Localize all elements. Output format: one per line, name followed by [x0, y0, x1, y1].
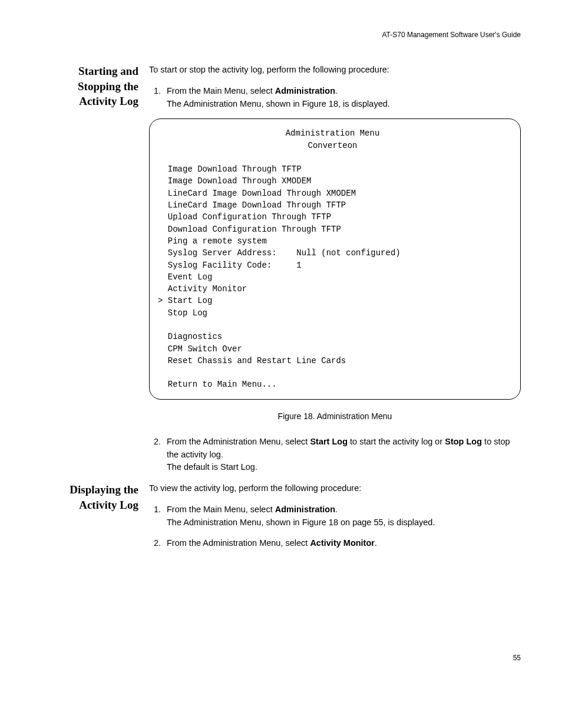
- menu-body: Image Download Through TFTP Image Downlo…: [158, 163, 507, 391]
- section1-intro: To start or stop the activity log, perfo…: [149, 64, 521, 77]
- step1-pre: From the Main Menu, select: [167, 86, 275, 95]
- s2-step2-pre: From the Administration Menu, select: [167, 538, 310, 548]
- section1-body: To start or stop the activity log, perfo…: [149, 64, 521, 482]
- s2-step1-pre: From the Main Menu, select: [167, 505, 275, 514]
- menu-item-9-value: 1: [296, 261, 301, 270]
- section-displaying: Displaying the Activity Log To view the …: [47, 482, 521, 558]
- menu-item-2: Image Download Through XMODEM: [168, 176, 312, 186]
- step2-pre: From the Administration Menu, select: [167, 437, 310, 446]
- menu-item-5: Upload Configuration Through TFTP: [168, 212, 331, 222]
- page-number: 55: [47, 653, 521, 663]
- guide-title: AT-S70 Management Software User's Guide: [382, 31, 521, 39]
- section2-intro: To view the activity log, perform the fo…: [149, 482, 521, 495]
- step1-after: The Administration Menu, shown in Figure…: [167, 98, 521, 111]
- section1-step2: From the Administration Menu, select Sta…: [163, 436, 521, 474]
- menu-cursor: >: [158, 296, 163, 305]
- menu-item-1: Image Download Through TFTP: [168, 164, 302, 174]
- administration-menu-box: Administration MenuConverteon Image Down…: [149, 118, 521, 400]
- section1-step1: From the Main Menu, select Administratio…: [163, 85, 521, 111]
- menu-item-11: Activity Monitor: [168, 284, 247, 294]
- menu-item-8-label: Syslog Server Address:: [168, 248, 277, 258]
- menu-item-6: Download Configuration Through TFTP: [168, 225, 341, 234]
- figure-caption: Figure 18. Administration Menu: [149, 410, 521, 423]
- menu-item-3: LineCard Image Download Through XMODEM: [168, 189, 356, 198]
- section1-heading: Starting and Stopping the Activity Log: [47, 64, 149, 109]
- section2-step2: From the Administration Menu, select Act…: [163, 537, 521, 550]
- s2-step1-bold: Administration: [275, 505, 335, 514]
- menu-item-8-value: Null (not configured): [296, 248, 400, 258]
- page-header: AT-S70 Management Software User's Guide: [47, 29, 521, 40]
- step2-mid: to start the activity log or: [348, 437, 445, 446]
- menu-item-17: Return to Main Menu...: [168, 380, 277, 389]
- menu-item-12: Start Log: [168, 296, 213, 305]
- s2-step2-post: .: [375, 538, 377, 548]
- step1-bold: Administration: [275, 86, 335, 95]
- menu-item-4: LineCard Image Download Through TFTP: [168, 200, 346, 210]
- s2-step1-post: .: [335, 505, 338, 514]
- menu-item-15: CPM Switch Over: [168, 344, 242, 354]
- section2-body: To view the activity log, perform the fo…: [149, 482, 521, 558]
- step2-bold1: Start Log: [310, 437, 348, 446]
- menu-item-16: Reset Chassis and Restart Line Cards: [168, 356, 346, 365]
- s2-step2-bold: Activity Monitor: [310, 538, 375, 548]
- menu-item-9-label: Syslog Facility Code:: [168, 261, 272, 270]
- section-starting-stopping: Starting and Stopping the Activity Log T…: [47, 64, 521, 482]
- s2-step1-after: The Administration Menu, shown in Figure…: [167, 516, 521, 529]
- menu-title1: Administration Menu: [158, 127, 507, 139]
- step2-after: The default is Start Log.: [167, 461, 521, 474]
- menu-title2: Converteon: [158, 140, 507, 151]
- step1-post: .: [335, 86, 338, 95]
- section2-step1: From the Main Menu, select Administratio…: [163, 503, 521, 529]
- step2-bold2: Stop Log: [445, 437, 482, 446]
- menu-item-13: Stop Log: [168, 308, 207, 318]
- menu-item-10: Event Log: [168, 272, 213, 282]
- menu-item-14: Diagnostics: [168, 332, 222, 341]
- section2-heading: Displaying the Activity Log: [47, 482, 149, 512]
- menu-item-7: Ping a remote system: [168, 236, 267, 246]
